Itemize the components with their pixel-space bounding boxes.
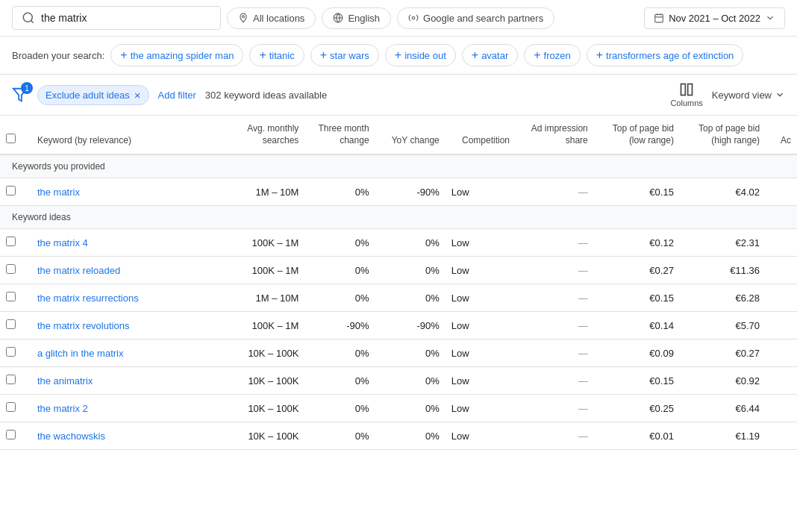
language-filter[interactable]: English [322, 7, 391, 29]
ac-cell [766, 178, 797, 206]
col-header-yoy[interactable]: YoY change [375, 116, 446, 154]
keyword-cell[interactable]: the matrix 2 [31, 395, 203, 422]
keyword-cell[interactable]: the wachowskis [31, 422, 203, 450]
competition-cell: Low [446, 284, 516, 312]
svg-point-0 [23, 13, 32, 22]
right-actions: Columns Keyword view [670, 82, 785, 107]
three-month-cell: 0% [304, 339, 375, 367]
columns-label: Columns [670, 98, 702, 107]
table-row: the matrix 4100K – 1M0%0%Low—€0.12€2.31 [0, 229, 797, 257]
network-filter[interactable]: Google and search partners [397, 7, 554, 29]
col-header-avg[interactable]: Avg. monthly searches [203, 116, 304, 154]
row-checkbox[interactable] [6, 292, 16, 301]
plus-icon-0: + [120, 48, 127, 62]
avg-searches-cell: 100K – 1M [203, 229, 304, 257]
select-all-header[interactable] [0, 116, 31, 154]
network-label: Google and search partners [423, 13, 543, 24]
ac-cell [766, 422, 797, 450]
svg-line-1 [31, 20, 33, 22]
date-range-picker[interactable]: Nov 2021 – Oct 2022 [644, 7, 785, 29]
broaden-chip-2[interactable]: + star wars [310, 44, 379, 66]
broaden-chip-label-1: titanic [269, 50, 295, 61]
table-header-row: Keyword (by relevance) Avg. monthly sear… [0, 116, 797, 154]
avg-searches-cell: 1M – 10M [203, 284, 304, 312]
keyword-table-container: Keyword (by relevance) Avg. monthly sear… [0, 116, 797, 450]
search-input[interactable] [41, 12, 190, 24]
keyword-cell[interactable]: the matrix reloaded [31, 257, 203, 284]
ad-impression-cell: — [516, 229, 594, 257]
keyword-table: Keyword (by relevance) Avg. monthly sear… [0, 116, 797, 450]
svg-rect-12 [688, 84, 693, 96]
competition-cell: Low [446, 422, 516, 450]
top-high-cell: €4.02 [680, 178, 766, 206]
row-checkbox[interactable] [6, 186, 16, 195]
broaden-chip-label-4: avatar [481, 50, 508, 61]
col-header-top-high[interactable]: Top of page bid (high range) [680, 116, 766, 154]
select-all-checkbox[interactable] [6, 134, 16, 143]
competition-cell: Low [446, 229, 516, 257]
table-row: the matrix1M – 10M0%-90%Low—€0.15€4.02 [0, 178, 797, 206]
row-checkbox[interactable] [6, 347, 16, 357]
keyword-cell[interactable]: the matrix 4 [31, 229, 203, 257]
row-checkbox[interactable] [6, 264, 16, 274]
table-row: the matrix reloaded100K – 1M0%0%Low—€0.2… [0, 257, 797, 284]
col-header-three-month[interactable]: Three month change [304, 116, 375, 154]
broaden-chip-1[interactable]: + titanic [249, 44, 304, 66]
row-checkbox[interactable] [6, 402, 16, 412]
broaden-chip-3[interactable]: + inside out [385, 44, 456, 66]
location-filter[interactable]: All locations [227, 7, 316, 29]
plus-icon-4: + [472, 48, 478, 62]
keyword-cell[interactable]: the matrix revolutions [31, 312, 203, 339]
top-high-cell: €6.44 [680, 395, 766, 422]
top-low-cell: €0.25 [594, 395, 680, 422]
ac-cell [766, 284, 797, 312]
top-high-cell: €1.19 [680, 422, 766, 450]
table-section-header: Keyword ideas [0, 206, 797, 229]
broaden-chip-6[interactable]: + transformers age of extinction [587, 44, 744, 66]
keyword-cell[interactable]: a glitch in the matrix [31, 339, 203, 367]
table-row: the matrix 210K – 100K0%0%Low—€0.25€6.44 [0, 395, 797, 422]
yoy-cell: -90% [375, 178, 446, 206]
table-row: the matrix resurrections1M – 10M0%0%Low—… [0, 284, 797, 312]
col-header-competition[interactable]: Competition [446, 116, 516, 154]
col-header-keyword[interactable]: Keyword (by relevance) [31, 116, 203, 154]
keyword-cell[interactable]: the animatrix [31, 367, 203, 395]
ad-impression-cell: — [516, 178, 594, 206]
ad-impression-cell: — [516, 257, 594, 284]
filter-button[interactable]: 1 [12, 87, 28, 103]
ad-impression-cell: — [516, 339, 594, 367]
top-high-cell: €0.27 [680, 339, 766, 367]
plus-icon-3: + [395, 48, 401, 62]
filter-badge: 1 [21, 82, 33, 94]
check-cell [0, 178, 31, 206]
row-checkbox[interactable] [6, 319, 16, 329]
active-filter-tag[interactable]: Exclude adult ideas × [37, 85, 149, 105]
broaden-chip-4[interactable]: + avatar [462, 44, 518, 66]
col-header-ad-impression[interactable]: Ad impression share [516, 116, 594, 154]
close-icon[interactable]: × [134, 89, 141, 101]
search-box[interactable] [12, 6, 221, 30]
yoy-cell: 0% [375, 257, 446, 284]
yoy-cell: 0% [375, 339, 446, 367]
keyword-count: 302 keyword ideas available [205, 90, 327, 101]
top-low-cell: €0.09 [594, 339, 680, 367]
add-filter-button[interactable]: Add filter [158, 90, 196, 101]
columns-icon [679, 82, 694, 97]
competition-cell: Low [446, 257, 516, 284]
row-checkbox[interactable] [6, 375, 16, 384]
broaden-chip-0[interactable]: + the amazing spider man [110, 44, 243, 66]
ad-impression-cell: — [516, 367, 594, 395]
keyword-cell[interactable]: the matrix resurrections [31, 284, 203, 312]
competition-cell: Low [446, 395, 516, 422]
broaden-chip-label-6: transformers age of extinction [606, 50, 734, 61]
keyword-cell[interactable]: the matrix [31, 178, 203, 206]
ac-cell [766, 312, 797, 339]
col-header-top-low[interactable]: Top of page bid (low range) [594, 116, 680, 154]
row-checkbox[interactable] [6, 430, 16, 439]
broaden-chip-5[interactable]: + frozen [524, 44, 580, 66]
avg-searches-cell: 10K – 100K [203, 422, 304, 450]
columns-button[interactable]: Columns [670, 82, 702, 107]
row-checkbox[interactable] [6, 237, 16, 246]
check-cell [0, 284, 31, 312]
keyword-view-button[interactable]: Keyword view [712, 90, 785, 101]
